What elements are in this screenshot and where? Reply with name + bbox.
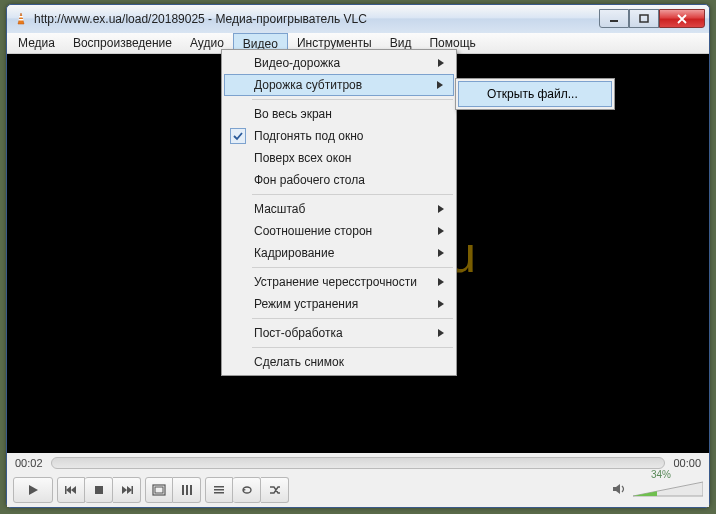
submenu-arrow-icon: [438, 326, 444, 340]
next-button[interactable]: [113, 477, 141, 503]
svg-rect-13: [214, 489, 224, 491]
svg-rect-5: [95, 486, 103, 494]
playlist-button[interactable]: [205, 477, 233, 503]
menu-snapshot[interactable]: Сделать снимок: [224, 351, 454, 373]
titlebar[interactable]: http://www.ex.ua/load/20189025 - Медиа-п…: [7, 5, 709, 33]
svg-rect-14: [214, 492, 224, 494]
menu-crop[interactable]: Кадрирование: [224, 242, 454, 264]
time-total: 00:00: [673, 457, 701, 469]
menu-fullscreen[interactable]: Во весь экран: [224, 103, 454, 125]
volume-area: 34%: [611, 480, 703, 500]
menu-wallpaper[interactable]: Фон рабочего стола: [224, 169, 454, 191]
stop-button[interactable]: [85, 477, 113, 503]
menu-aspect-ratio[interactable]: Соотношение сторон: [224, 220, 454, 242]
menu-fit-window[interactable]: Подгонять под окно: [224, 125, 454, 147]
time-elapsed: 00:02: [15, 457, 43, 469]
maximize-button[interactable]: [629, 9, 659, 28]
loop-button[interactable]: [233, 477, 261, 503]
menu-subtitle-track[interactable]: Дорожка субтитров: [224, 74, 454, 96]
submenu-arrow-icon: [438, 202, 444, 216]
window-title: http://www.ex.ua/load/20189025 - Медиа-п…: [34, 12, 599, 26]
svg-rect-11: [190, 485, 192, 495]
menu-deinterlace[interactable]: Устранение чересстрочности: [224, 271, 454, 293]
time-bar: 00:02 00:00: [7, 453, 709, 473]
menu-playback[interactable]: Воспроизведение: [64, 33, 181, 53]
extended-settings-button[interactable]: [173, 477, 201, 503]
menu-always-on-top[interactable]: Поверх всех окон: [224, 147, 454, 169]
submenu-arrow-icon: [437, 78, 443, 92]
menu-media[interactable]: Медиа: [9, 33, 64, 53]
submenu-open-file[interactable]: Открыть файл...: [458, 81, 612, 107]
svg-rect-0: [19, 16, 23, 18]
submenu-arrow-icon: [438, 56, 444, 70]
volume-slider[interactable]: [633, 480, 703, 500]
svg-rect-2: [610, 20, 618, 22]
controls-bar: 34%: [7, 473, 709, 507]
svg-rect-3: [640, 15, 648, 22]
vlc-cone-icon: [13, 11, 29, 27]
fullscreen-button[interactable]: [145, 477, 173, 503]
check-icon: [230, 128, 246, 144]
minimize-button[interactable]: [599, 9, 629, 28]
submenu-arrow-icon: [438, 224, 444, 238]
volume-percent: 34%: [651, 469, 671, 480]
menu-zoom[interactable]: Масштаб: [224, 198, 454, 220]
close-button[interactable]: [659, 9, 705, 28]
video-menu-dropdown: Видео-дорожка Дорожка субтитров Во весь …: [221, 49, 457, 376]
svg-rect-10: [186, 485, 188, 495]
svg-rect-4: [65, 486, 67, 494]
svg-rect-12: [214, 486, 224, 488]
shuffle-button[interactable]: [261, 477, 289, 503]
window-buttons: [599, 10, 705, 28]
prev-button[interactable]: [57, 477, 85, 503]
svg-rect-8: [155, 487, 163, 493]
svg-rect-1: [19, 19, 24, 21]
seek-slider[interactable]: [51, 457, 666, 469]
menu-post-processing[interactable]: Пост-обработка: [224, 322, 454, 344]
svg-rect-9: [182, 485, 184, 495]
play-button[interactable]: [13, 477, 53, 503]
svg-rect-6: [131, 486, 133, 494]
menu-video-track[interactable]: Видео-дорожка: [224, 52, 454, 74]
submenu-arrow-icon: [438, 246, 444, 260]
subtitle-submenu: Открыть файл...: [455, 78, 615, 110]
speaker-icon[interactable]: [611, 482, 627, 499]
menu-deinterlace-mode[interactable]: Режим устранения: [224, 293, 454, 315]
submenu-arrow-icon: [438, 297, 444, 311]
submenu-arrow-icon: [438, 275, 444, 289]
